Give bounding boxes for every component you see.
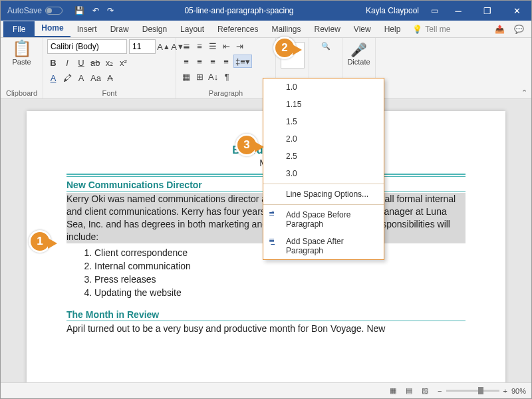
spacing-option[interactable]: 2.5 — [263, 148, 384, 165]
callout-3: 3 — [235, 134, 258, 156]
redo-icon[interactable]: ↷ — [107, 6, 114, 15]
menu-separator — [263, 204, 384, 205]
tab-file[interactable]: File — [3, 21, 35, 37]
line-spacing-button[interactable]: ‡≡▾ — [233, 55, 252, 68]
tab-view[interactable]: View — [347, 21, 378, 37]
tab-mailings[interactable]: Mailings — [265, 21, 307, 37]
clear-formatting-button[interactable]: A̶ — [104, 71, 116, 84]
lightbulb-icon: 💡 — [412, 25, 422, 34]
group-label: Font — [47, 89, 172, 98]
dictate-button[interactable]: 🎤 Dictate — [346, 42, 371, 66]
view-buttons: ▦ ▤ ▨ — [387, 385, 431, 396]
multilevel-button[interactable]: ☰ — [207, 39, 219, 53]
zoom-level[interactable]: 90% — [511, 387, 526, 395]
clipboard-icon: 📋 — [12, 39, 32, 58]
save-icon[interactable]: 💾 — [74, 6, 84, 15]
tab-review[interactable]: Review — [308, 21, 347, 37]
add-space-after[interactable]: ≡̲Add Space After Paragraph — [263, 233, 384, 259]
show-marks-button[interactable]: ¶ — [221, 70, 233, 83]
quick-access-toolbar: 💾 ↶ ↷ — [69, 6, 119, 15]
bold-button[interactable]: B — [47, 56, 59, 69]
web-layout-icon[interactable]: ▨ — [419, 385, 431, 396]
numbering-button[interactable]: ≡ — [194, 39, 205, 53]
font-color-button[interactable]: A — [47, 71, 59, 84]
spacing-option[interactable]: 1.5 — [263, 113, 384, 130]
tab-references[interactable]: References — [211, 21, 265, 37]
title-bar: AutoSave 💾 ↶ ↷ 05-line-and-paragraph-spa… — [1, 1, 531, 21]
comments-button[interactable]: 💬 — [509, 21, 529, 37]
zoom-slider[interactable] — [446, 390, 499, 392]
minimize-button[interactable]: ─ — [444, 1, 473, 21]
line-spacing-options[interactable]: Line Spacing Options... — [263, 186, 384, 203]
restore-button[interactable]: ❐ — [473, 1, 502, 21]
group-clipboard: 📋 Paste Clipboard — [1, 38, 43, 98]
underline-button[interactable]: U — [75, 56, 87, 69]
collapse-ribbon-icon[interactable]: ⌃ — [521, 88, 527, 97]
window-buttons: ─ ❐ ✕ — [444, 1, 531, 21]
paragraph[interactable]: April turned out to be a very busy and p… — [66, 323, 466, 335]
zoom-control: − + 90% — [438, 387, 526, 395]
align-right-button[interactable]: ≡ — [207, 55, 219, 68]
shading-button[interactable]: ▦ — [180, 70, 192, 83]
list-item[interactable]: Press releases — [94, 273, 466, 286]
read-mode-icon[interactable]: ▦ — [387, 385, 399, 396]
list-item[interactable]: Internal communication — [94, 259, 466, 273]
line-spacing-menu: 1.0 1.15 1.5 2.0 2.5 3.0 Line Spacing Op… — [263, 78, 384, 260]
spacing-option[interactable]: 3.0 — [263, 165, 384, 182]
increase-indent-button[interactable]: ⇥ — [233, 39, 245, 53]
spacing-option[interactable]: 1.0 — [263, 78, 384, 96]
tab-insert[interactable]: Insert — [70, 21, 104, 37]
space-before-icon: ≡̄ — [269, 209, 275, 218]
zoom-in-button[interactable]: + — [503, 387, 507, 395]
tab-design[interactable]: Design — [136, 21, 174, 37]
font-size-select[interactable] — [129, 39, 156, 54]
tab-home[interactable]: Home — [35, 20, 70, 37]
callout-2: 2 — [273, 37, 296, 59]
italic-button[interactable]: I — [61, 56, 73, 69]
spacing-option[interactable]: 2.0 — [263, 130, 384, 148]
autosave-toggle[interactable]: AutoSave — [1, 6, 69, 15]
tell-me[interactable]: 💡Tell me — [407, 21, 456, 37]
ribbon-display-icon[interactable]: ▭ — [426, 6, 444, 15]
print-layout-icon[interactable]: ▤ — [403, 385, 415, 396]
find-icon[interactable]: 🔍 — [313, 42, 338, 51]
undo-icon[interactable]: ↶ — [92, 6, 99, 15]
list-item[interactable]: Updating the website — [94, 286, 466, 299]
subscript-button[interactable]: x₂ — [103, 56, 115, 69]
autosave-label: AutoSave — [7, 6, 42, 15]
callout-1: 1 — [29, 230, 51, 253]
highlight-button[interactable]: 🖍 — [61, 71, 73, 84]
grow-font-icon[interactable]: A▲ — [158, 40, 170, 53]
strikethrough-button[interactable]: ab — [89, 56, 101, 69]
justify-button[interactable]: ≡ — [220, 55, 232, 68]
zoom-out-button[interactable]: − — [438, 387, 442, 395]
group-label: Paragraph — [180, 89, 271, 98]
microphone-icon: 🎤 — [346, 42, 371, 58]
group-label: Clipboard — [6, 89, 37, 98]
doc-heading-2b[interactable]: The Month in Review — [66, 309, 466, 321]
tab-help[interactable]: Help — [378, 21, 408, 37]
text-effects-button[interactable]: A — [75, 71, 87, 84]
align-center-button[interactable]: ≡ — [194, 55, 205, 68]
change-case-button[interactable]: Aa — [89, 71, 102, 84]
user-name[interactable]: Kayla Claypool — [359, 6, 426, 15]
font-name-select[interactable] — [47, 39, 127, 54]
document-title: 05-line-and-paragraph-spacing — [119, 6, 359, 15]
share-button[interactable]: 📤 — [490, 21, 509, 37]
group-paragraph: ≣ ≡ ☰ ⇤ ⇥ ≡ ≡ ≡ ≡ ‡≡▾ ▦ ⊞ A↓ ¶ Paragraph — [176, 38, 276, 98]
close-button[interactable]: ✕ — [502, 1, 531, 21]
align-left-button[interactable]: ≡ — [180, 55, 192, 68]
group-font: A▲ A▼ B I U ab x₂ x² A 🖍 A Aa A̶ Font — [43, 38, 176, 98]
tab-draw[interactable]: Draw — [104, 21, 136, 37]
bullets-button[interactable]: ≣ — [180, 39, 192, 53]
paste-button[interactable]: 📋 Paste — [12, 39, 32, 66]
status-bar: ▦ ▤ ▨ − + 90% — [1, 382, 531, 398]
add-space-before[interactable]: ≡̄Add Space Before Paragraph — [263, 206, 384, 233]
autosave-switch-icon[interactable] — [45, 7, 63, 15]
sort-button[interactable]: A↓ — [207, 70, 219, 83]
borders-button[interactable]: ⊞ — [194, 70, 205, 83]
tab-layout[interactable]: Layout — [174, 21, 211, 37]
spacing-option[interactable]: 1.15 — [263, 96, 384, 113]
decrease-indent-button[interactable]: ⇤ — [220, 39, 232, 53]
superscript-button[interactable]: x² — [117, 56, 129, 69]
